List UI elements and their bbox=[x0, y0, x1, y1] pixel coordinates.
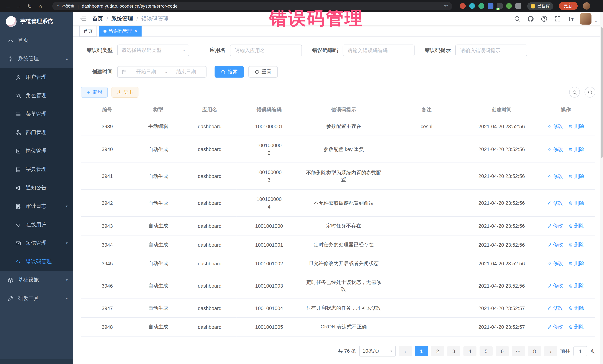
page-button-3[interactable]: 3 bbox=[447, 346, 460, 356]
next-page-button[interactable]: › bbox=[544, 346, 557, 356]
edit-link[interactable]: 修改 bbox=[547, 323, 563, 330]
delete-link[interactable]: 删除 bbox=[568, 123, 584, 130]
sidebar-item-notice[interactable]: 通知公告 bbox=[0, 179, 73, 197]
delete-link[interactable]: 删除 bbox=[568, 222, 584, 229]
edit-link[interactable]: 修改 bbox=[547, 200, 563, 207]
fullscreen-icon[interactable] bbox=[554, 15, 561, 22]
sidebar-item-home[interactable]: 首页 bbox=[0, 31, 73, 49]
url-text[interactable]: dashboard.yudao.iocoder.cn/system/error-… bbox=[82, 4, 178, 8]
delete-link[interactable]: 删除 bbox=[568, 323, 584, 330]
sidebar-item-role-mgmt[interactable]: 角色管理 bbox=[0, 86, 73, 105]
sidebar-item-audit-log[interactable]: 审计日志 ▾ bbox=[0, 197, 73, 215]
reset-button[interactable]: 重置 bbox=[248, 66, 278, 78]
edit-link[interactable]: 修改 bbox=[547, 241, 563, 248]
goto-page-input[interactable] bbox=[573, 346, 587, 356]
export-button[interactable]: 导出 bbox=[112, 87, 139, 98]
tab-error-code-mgmt[interactable]: 错误码管理 ✕ bbox=[99, 26, 142, 36]
extension-icons: on bbox=[460, 3, 521, 9]
sidebar-item-menu-mgmt[interactable]: 菜单管理 bbox=[0, 105, 73, 123]
edit-link[interactable]: 修改 bbox=[547, 123, 563, 130]
delete-link[interactable]: 删除 bbox=[568, 146, 584, 153]
browser-home-icon[interactable]: ⌂ bbox=[36, 2, 45, 10]
page-scrollbar[interactable] bbox=[600, 12, 603, 364]
cell-app: dashboard bbox=[183, 235, 237, 254]
extension-icon-4[interactable] bbox=[487, 3, 493, 9]
delete-link[interactable]: 删除 bbox=[568, 241, 584, 248]
extensions-puzzle-icon[interactable] bbox=[515, 3, 521, 9]
browser-back-icon[interactable]: ← bbox=[4, 2, 12, 10]
refresh-table-button[interactable] bbox=[585, 87, 595, 98]
search-icon[interactable] bbox=[514, 15, 521, 22]
browser-forward-icon[interactable]: → bbox=[15, 2, 23, 10]
edit-link[interactable]: 修改 bbox=[547, 222, 563, 229]
delete-link[interactable]: 删除 bbox=[568, 305, 584, 311]
extension-icon-5[interactable]: on bbox=[497, 3, 503, 9]
breadcrumb-system-mgmt[interactable]: 系统管理 bbox=[112, 15, 133, 22]
sidebar-collapse-icon[interactable] bbox=[79, 15, 87, 22]
browser-profile-avatar[interactable] bbox=[583, 2, 590, 10]
github-icon[interactable] bbox=[527, 15, 534, 22]
app-name-input[interactable] bbox=[234, 47, 298, 54]
delete-link[interactable]: 删除 bbox=[568, 260, 584, 267]
add-button[interactable]: 新增 bbox=[81, 87, 108, 98]
total-count: 共 76 条 bbox=[338, 348, 356, 354]
sidebar-item-infrastructure[interactable]: 基础设施 ▾ bbox=[0, 271, 73, 289]
breadcrumb-home[interactable]: 首页 bbox=[92, 15, 103, 22]
paused-badge[interactable]: 已暂停 bbox=[527, 2, 554, 10]
security-indicator[interactable]: ⚠ 不安全 bbox=[56, 3, 75, 9]
sidebar-item-label: 菜单管理 bbox=[26, 111, 46, 118]
close-icon[interactable]: ✕ bbox=[134, 29, 137, 33]
sidebar-item-error-code-mgmt[interactable]: 错误码管理 bbox=[0, 253, 73, 271]
page-button-6[interactable]: 6 bbox=[496, 346, 509, 356]
toggle-search-button[interactable] bbox=[569, 87, 580, 98]
edit-link[interactable]: 修改 bbox=[547, 173, 563, 180]
extension-icon-2[interactable] bbox=[469, 3, 475, 9]
more-pages-button[interactable]: ••• bbox=[512, 346, 525, 356]
delete-link[interactable]: 删除 bbox=[568, 200, 584, 207]
delete-link[interactable]: 删除 bbox=[568, 173, 584, 180]
page-button-4[interactable]: 4 bbox=[464, 346, 476, 356]
page-button-5[interactable]: 5 bbox=[480, 346, 493, 356]
error-code-input[interactable] bbox=[347, 47, 410, 54]
end-date-placeholder[interactable]: 结束日期 bbox=[170, 68, 202, 75]
font-size-icon[interactable]: TT bbox=[568, 16, 574, 22]
sidebar-item-post-mgmt[interactable]: 岗位管理 bbox=[0, 142, 73, 160]
browser-update-button[interactable]: 更新 bbox=[559, 2, 578, 10]
date-range-picker[interactable]: 开始日期 - 结束日期 bbox=[117, 66, 207, 78]
sidebar-item-user-mgmt[interactable]: 用户管理 bbox=[0, 68, 73, 86]
sidebar-item-sms-mgmt[interactable]: 短信管理 ▾ bbox=[0, 234, 73, 252]
delete-link[interactable]: 删除 bbox=[568, 282, 584, 289]
page-button-8[interactable]: 8 bbox=[528, 346, 541, 356]
edit-link[interactable]: 修改 bbox=[547, 305, 563, 311]
sidebar-item-system-mgmt[interactable]: 系统管理 ▴ bbox=[0, 49, 73, 68]
extension-icon-6[interactable] bbox=[506, 3, 512, 9]
prev-page-button[interactable]: ‹ bbox=[399, 346, 412, 356]
main-area: 首页 / 系统管理 / 错误码管理 TT ▾ bbox=[73, 12, 603, 364]
error-type-select[interactable]: 请选择错误码类型 ▾ bbox=[117, 44, 189, 56]
extension-icon-3[interactable] bbox=[478, 3, 484, 9]
edit-link[interactable]: 修改 bbox=[547, 282, 563, 289]
search-button[interactable]: 搜索 bbox=[215, 66, 244, 78]
error-hint-input[interactable] bbox=[460, 47, 523, 54]
app-logo-row[interactable]: 芋道管理系统 bbox=[0, 12, 73, 31]
bookmark-star-icon[interactable]: ☆ bbox=[444, 3, 448, 9]
edit-link[interactable]: 修改 bbox=[547, 146, 563, 153]
chevron-down-icon[interactable]: ▾ bbox=[595, 20, 597, 23]
page-size-select[interactable]: 10条/页 ▾ bbox=[359, 346, 396, 356]
help-icon[interactable] bbox=[541, 15, 548, 22]
sidebar-item-online-users[interactable]: 在线用户 bbox=[0, 216, 73, 234]
tab-home[interactable]: 首页 bbox=[79, 26, 97, 36]
sidebar-item-dept-mgmt[interactable]: 部门管理 bbox=[0, 123, 73, 142]
browser-reload-icon[interactable]: ↻ bbox=[25, 2, 34, 10]
edit-link[interactable]: 修改 bbox=[547, 260, 563, 267]
extension-icon-1[interactable] bbox=[460, 3, 466, 9]
sidebar-item-dev-tools[interactable]: 研发工具 ▾ bbox=[0, 289, 73, 308]
scrollbar-thumb[interactable] bbox=[601, 27, 603, 158]
page-button-2[interactable]: 2 bbox=[431, 346, 444, 356]
user-avatar[interactable] bbox=[580, 13, 592, 24]
sidebar-item-dict-mgmt[interactable]: 字典管理 bbox=[0, 160, 73, 178]
cell-created: 2021-04-20 23:52:56 bbox=[467, 136, 536, 163]
address-bar[interactable]: ⚠ 不安全 | dashboard.yudao.iocoder.cn/syste… bbox=[52, 2, 452, 10]
start-date-placeholder[interactable]: 开始日期 bbox=[130, 68, 162, 75]
page-button-1[interactable]: 1 bbox=[415, 346, 428, 356]
